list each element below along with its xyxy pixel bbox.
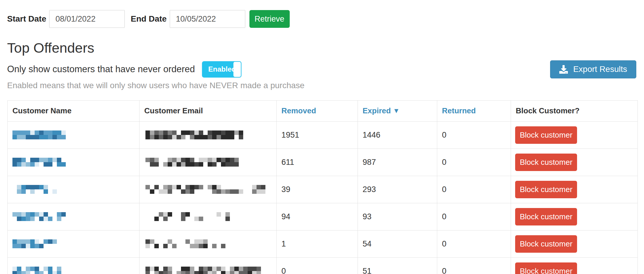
- block-customer-button[interactable]: Block customer: [515, 235, 577, 253]
- removed-count: 611: [277, 149, 358, 176]
- removed-count: 1951: [277, 121, 358, 149]
- expired-count: 51: [358, 257, 437, 274]
- removed-count: 0: [277, 257, 358, 274]
- expired-count: 93: [358, 203, 437, 230]
- customer-email-redacted: [145, 130, 243, 139]
- customer-name-link-redacted[interactable]: [12, 212, 66, 221]
- block-customer-button[interactable]: Block customer: [515, 154, 577, 171]
- customer-email-redacted: [145, 158, 242, 167]
- end-date-input[interactable]: [170, 10, 245, 28]
- col-header-block-customer: Block Customer?: [511, 100, 638, 121]
- block-customer-button[interactable]: Block customer: [515, 181, 577, 198]
- returned-count: 0: [437, 230, 511, 257]
- toggle-row: Only show customers that have never orde…: [7, 60, 636, 78]
- export-results-button[interactable]: Export Results: [550, 60, 636, 78]
- returned-count: 0: [437, 149, 511, 176]
- customer-name-link-redacted[interactable]: [12, 185, 61, 194]
- table-header-row: Customer Name Customer Email Removed Exp…: [8, 100, 638, 121]
- never-ordered-toggle[interactable]: Enabled: [202, 61, 241, 78]
- end-date-label: End Date: [131, 14, 166, 24]
- customer-name-link-redacted[interactable]: [12, 239, 57, 248]
- block-customer-button[interactable]: Block customer: [515, 208, 577, 225]
- customer-name-link-redacted[interactable]: [12, 267, 64, 274]
- top-offenders-table: Customer Name Customer Email Removed Exp…: [7, 100, 638, 274]
- customer-email-redacted: [145, 267, 261, 274]
- customer-email-redacted: [145, 185, 268, 194]
- expired-count: 54: [358, 230, 437, 257]
- expired-count: 987: [358, 149, 437, 176]
- table-row: 0 51 0 Block customer: [8, 257, 638, 274]
- retrieve-button[interactable]: Retrieve: [249, 10, 290, 28]
- toggle-help-text: Enabled means that we will only show use…: [7, 81, 644, 90]
- table-row: 1 54 0 Block customer: [8, 230, 638, 257]
- export-results-label: Export Results: [573, 65, 627, 74]
- customer-name-link-redacted[interactable]: [12, 158, 69, 167]
- table-body: 1951 1446 0 Block customer 611 987 0 Blo…: [8, 121, 638, 274]
- customer-email-redacted: [145, 239, 237, 248]
- removed-count: 94: [277, 203, 358, 230]
- returned-count: 0: [437, 257, 511, 274]
- start-date-input[interactable]: [49, 10, 125, 28]
- expired-count: 293: [358, 176, 437, 203]
- col-header-returned[interactable]: Returned: [437, 100, 511, 121]
- table-row: 39 293 0 Block customer: [8, 176, 638, 203]
- returned-count: 0: [437, 203, 511, 230]
- table-row: 611 987 0 Block customer: [8, 149, 638, 176]
- never-ordered-toggle-label: Only show customers that have never orde…: [7, 64, 195, 75]
- table-row: 94 93 0 Block customer: [8, 203, 638, 230]
- table-row: 1951 1446 0 Block customer: [8, 121, 638, 149]
- col-header-customer-name: Customer Name: [8, 100, 140, 121]
- customer-email-redacted: [145, 212, 231, 221]
- expired-count: 1446: [358, 121, 437, 149]
- toggle-knob: [233, 62, 241, 77]
- date-filter-bar: Start Date End Date Retrieve: [7, 10, 644, 28]
- returned-count: 0: [437, 176, 511, 203]
- block-customer-button[interactable]: Block customer: [515, 126, 577, 144]
- col-header-customer-email: Customer Email: [140, 100, 277, 121]
- removed-count: 39: [277, 176, 358, 203]
- sort-descending-icon: ▼: [393, 107, 400, 115]
- download-icon: [559, 65, 568, 74]
- removed-count: 1: [277, 230, 358, 257]
- start-date-label: Start Date: [7, 14, 46, 24]
- block-customer-button[interactable]: Block customer: [515, 262, 577, 274]
- returned-count: 0: [437, 121, 511, 149]
- toggle-state-text: Enabled: [208, 65, 236, 73]
- customer-name-link-redacted[interactable]: [12, 130, 69, 139]
- col-header-removed[interactable]: Removed: [277, 100, 358, 121]
- col-header-expired[interactable]: Expired ▼: [358, 100, 437, 121]
- page-title: Top Offenders: [7, 40, 644, 56]
